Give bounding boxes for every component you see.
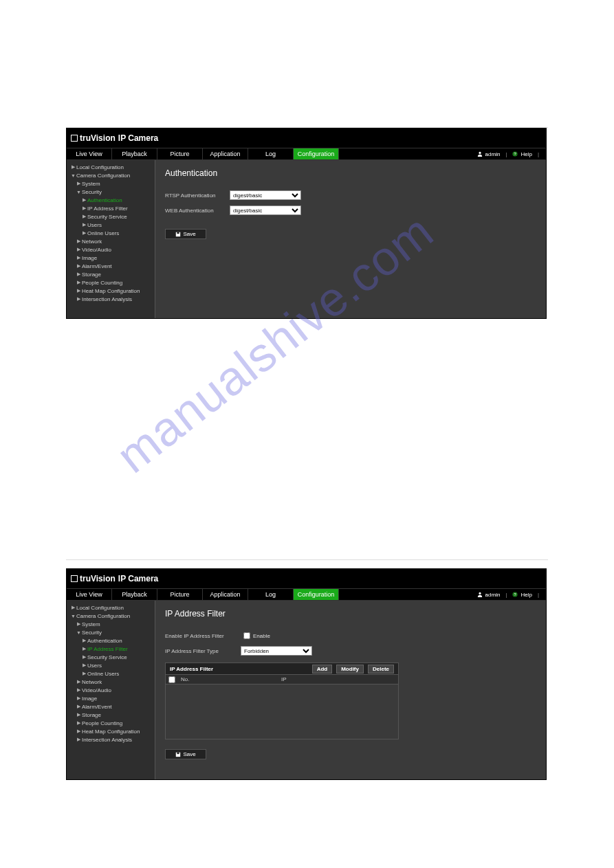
sidebar-item-users[interactable]: ▶Users — [67, 221, 155, 229]
sidebar-item-people-counting[interactable]: ▶People Counting — [67, 278, 155, 287]
add-button[interactable]: Add — [312, 665, 333, 674]
save-button-label: Save — [183, 751, 195, 757]
brand-name: truVision — [80, 574, 116, 583]
sidebar-item-intersection[interactable]: ▶Intersection Analysis — [67, 295, 155, 303]
sidebar-item-intersection[interactable]: ▶Intersection Analysis — [67, 735, 155, 744]
logo-icon — [71, 575, 78, 582]
svg-point-5 — [479, 592, 481, 594]
tab-configuration[interactable]: Configuration — [294, 589, 339, 600]
svg-text:?: ? — [514, 592, 516, 597]
sidebar-item-people-counting[interactable]: ▶People Counting — [67, 719, 155, 727]
page-title: Authentication — [165, 168, 536, 178]
tab-application[interactable]: Application — [203, 148, 248, 159]
sidebar-item-video-audio[interactable]: ▶Video/Audio — [67, 686, 155, 694]
sidebar-item-local-config[interactable]: ▶Local Configuration — [67, 163, 155, 171]
sidebar-item-heat-map[interactable]: ▶Heat Map Configuration — [67, 727, 155, 735]
brand-name: truVision — [80, 133, 116, 143]
tab-picture[interactable]: Picture — [157, 148, 203, 159]
help-icon: ? — [512, 592, 518, 597]
help-link[interactable]: Help — [520, 592, 531, 598]
top-nav: Live View Playback Picture Application L… — [67, 148, 546, 160]
sidebar-item-network[interactable]: ▶Network — [67, 678, 155, 686]
save-button-label: Save — [183, 231, 195, 237]
help-icon: ? — [512, 151, 518, 157]
save-button[interactable]: Save — [165, 229, 206, 239]
sidebar-item-video-audio[interactable]: ▶Video/Audio — [67, 245, 155, 254]
sidebar-item-authentication[interactable]: ▶Authentication — [67, 196, 155, 204]
user-icon — [477, 151, 483, 157]
tab-application[interactable]: Application — [203, 589, 248, 600]
sidebar-item-storage[interactable]: ▶Storage — [67, 711, 155, 719]
sidebar-item-system[interactable]: ▶System — [67, 620, 155, 628]
table-body-empty — [166, 684, 398, 739]
tab-configuration[interactable]: Configuration — [294, 148, 339, 159]
select-all-checkbox[interactable] — [168, 676, 175, 683]
save-icon — [175, 752, 181, 757]
tab-log[interactable]: Log — [248, 148, 294, 159]
logo-icon — [71, 135, 78, 142]
help-link[interactable]: Help — [520, 151, 531, 157]
web-auth-label: WEB Authentication — [165, 208, 230, 214]
title-bar: truVision IP Camera — [67, 129, 546, 148]
content-panel: IP Address Filter Enable IP Address Filt… — [155, 601, 546, 779]
divider-vert: | — [505, 151, 507, 157]
svg-point-0 — [479, 152, 481, 154]
user-name[interactable]: admin — [485, 151, 501, 157]
tab-picture[interactable]: Picture — [157, 589, 203, 600]
tab-log[interactable]: Log — [248, 589, 294, 600]
enable-checkbox-label: Enable — [253, 633, 270, 639]
sidebar-item-online-users[interactable]: ▶Online Users — [67, 669, 155, 678]
tab-playback[interactable]: Playback — [112, 148, 157, 159]
app-window-ip-filter: truVision IP Camera Live View Playback P… — [66, 568, 547, 780]
enable-filter-label: Enable IP Address Filter — [165, 633, 241, 639]
app-window-authentication: truVision IP Camera Live View Playback P… — [66, 128, 547, 319]
column-header-ip: IP — [281, 676, 398, 682]
sidebar-item-camera-config[interactable]: ▼Camera Configuration — [67, 612, 155, 620]
modify-button[interactable]: Modify — [336, 665, 364, 674]
sidebar-item-security-service[interactable]: ▶Security Service — [67, 212, 155, 221]
sidebar-item-local-config[interactable]: ▶Local Configuration — [67, 603, 155, 612]
sidebar-item-alarm-event[interactable]: ▶Alarm/Event — [67, 262, 155, 270]
svg-rect-4 — [177, 232, 179, 233]
page-title: IP Address Filter — [165, 609, 536, 619]
sidebar-item-authentication[interactable]: ▶Authentication — [67, 636, 155, 645]
save-icon — [175, 232, 181, 237]
brand-product: IP Camera — [118, 574, 158, 583]
sidebar-item-security[interactable]: ▼Security — [67, 188, 155, 196]
divider-vert: | — [538, 592, 539, 598]
sidebar-item-network[interactable]: ▶Network — [67, 237, 155, 245]
brand-product: IP Camera — [118, 133, 158, 143]
tab-live-view[interactable]: Live View — [67, 589, 112, 600]
divider-vert: | — [505, 592, 507, 598]
sidebar-item-security[interactable]: ▼Security — [67, 628, 155, 636]
sidebar-item-ip-filter[interactable]: ▶IP Address Filter — [67, 204, 155, 212]
user-icon — [477, 592, 483, 597]
sidebar: ▶Local Configuration ▼Camera Configurati… — [67, 601, 155, 779]
sidebar-item-online-users[interactable]: ▶Online Users — [67, 229, 155, 237]
user-name[interactable]: admin — [485, 592, 501, 598]
web-auth-select[interactable]: digest/basic — [230, 205, 301, 215]
sidebar-item-camera-config[interactable]: ▼Camera Configuration — [67, 171, 155, 179]
save-button[interactable]: Save — [165, 749, 206, 759]
rtsp-auth-select[interactable]: digest/basic — [230, 190, 301, 200]
sidebar-item-alarm-event[interactable]: ▶Alarm/Event — [67, 702, 155, 711]
filter-type-select[interactable]: Forbidden — [241, 646, 312, 656]
sidebar-item-heat-map[interactable]: ▶Heat Map Configuration — [67, 287, 155, 295]
tab-playback[interactable]: Playback — [112, 589, 157, 600]
sidebar-item-storage[interactable]: ▶Storage — [67, 270, 155, 278]
sidebar-item-users[interactable]: ▶Users — [67, 661, 155, 669]
sidebar-item-image[interactable]: ▶Image — [67, 694, 155, 702]
delete-button[interactable]: Delete — [368, 665, 394, 674]
divider-vert: | — [538, 151, 539, 157]
title-bar: truVision IP Camera — [67, 569, 546, 588]
sidebar-item-ip-filter[interactable]: ▶IP Address Filter — [67, 645, 155, 653]
sidebar: ▶Local Configuration ▼Camera Configurati… — [67, 160, 155, 318]
sidebar-item-image[interactable]: ▶Image — [67, 254, 155, 262]
enable-filter-checkbox[interactable] — [243, 632, 250, 639]
sidebar-item-security-service[interactable]: ▶Security Service — [67, 653, 155, 661]
filter-type-label: IP Address Filter Type — [165, 648, 241, 654]
table-title: IP Address Filter — [170, 666, 213, 672]
column-header-no: No. — [178, 676, 281, 682]
sidebar-item-system[interactable]: ▶System — [67, 179, 155, 188]
tab-live-view[interactable]: Live View — [67, 148, 112, 159]
